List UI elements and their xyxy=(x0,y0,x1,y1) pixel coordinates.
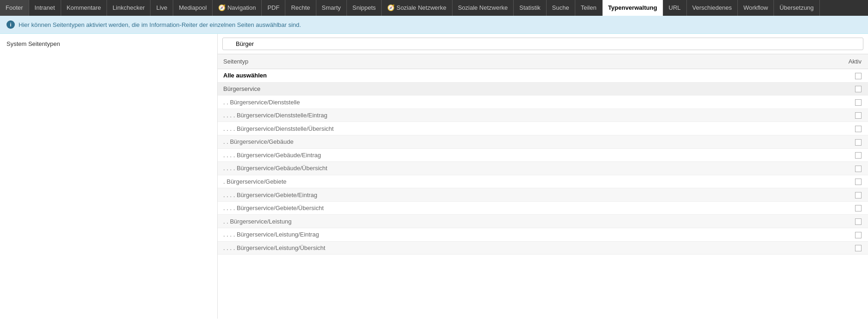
tab-item-17[interactable]: URL xyxy=(663,0,687,16)
tab-item-18[interactable]: Verschiedenes xyxy=(687,0,738,16)
row-label: . . . . Bürgerservice/Gebiete/Übersicht xyxy=(218,201,840,215)
row-label: Bürgerservice xyxy=(218,82,840,96)
tab-item-3[interactable]: Linkchecker xyxy=(107,0,151,16)
col-active-header: Aktiv xyxy=(840,54,868,69)
select-all-row: Alle auswählen xyxy=(218,69,868,83)
row-label: . . . . Bürgerservice/Gebäude/Übersicht xyxy=(218,162,840,175)
tab-item-12[interactable]: Soziale Netzwerke xyxy=(453,0,514,16)
row-active-cell xyxy=(840,228,868,241)
row-label: . . Bürgerservice/Leistung xyxy=(218,215,840,228)
row-label: . . . . Bürgerservice/Dienststelle/Übers… xyxy=(218,122,840,135)
table-row: . . . . Bürgerservice/Dienststelle/Übers… xyxy=(218,122,868,135)
row-active-cell xyxy=(840,122,868,135)
tab-item-4[interactable]: Live xyxy=(151,0,173,16)
tab-item-19[interactable]: Workflow xyxy=(738,0,774,16)
table-row: . . . . Bürgerservice/Leistung/Eintrag xyxy=(218,228,868,241)
main-content: System Seitentypen 🔍 Seitentyp Aktiv xyxy=(0,34,868,319)
tab-bar: FooterIntranetKommentareLinkcheckerLiveM… xyxy=(0,0,868,16)
row-active-cell xyxy=(840,96,868,109)
search-input[interactable] xyxy=(222,38,863,50)
row-checkbox-8[interactable] xyxy=(855,192,862,198)
table-row: . . . . Bürgerservice/Dienststelle/Eintr… xyxy=(218,109,868,122)
row-label: . . . . Bürgerservice/Gebäude/Eintrag xyxy=(218,148,840,162)
table-row: . . . . Bürgerservice/Leistung/Übersicht xyxy=(218,241,868,255)
row-active-cell xyxy=(840,148,868,162)
tab-item-10[interactable]: Snippets xyxy=(347,0,382,16)
row-checkbox-4[interactable] xyxy=(855,139,862,146)
info-icon: i xyxy=(6,20,15,29)
tab-item-13[interactable]: Statistik xyxy=(514,0,547,16)
tab-item-9[interactable]: Smarty xyxy=(316,0,347,16)
table-scroll: Seitentyp Aktiv Alle auswählen Bürgerser… xyxy=(218,54,868,319)
row-active-cell xyxy=(840,109,868,122)
row-checkbox-1[interactable] xyxy=(855,99,862,106)
tab-item-0[interactable]: Footer xyxy=(0,0,29,16)
row-active-cell xyxy=(840,82,868,96)
table-row: . Bürgerservice/Gebiete xyxy=(218,175,868,188)
tab-item-8[interactable]: Rechte xyxy=(285,0,316,16)
sidebar-title: System Seitentypen xyxy=(6,40,60,47)
search-wrapper: 🔍 xyxy=(222,38,863,50)
row-checkbox-12[interactable] xyxy=(855,245,862,251)
sidebar: System Seitentypen xyxy=(0,34,218,319)
right-panel: 🔍 Seitentyp Aktiv Alle auswählen Bürgers… xyxy=(218,34,868,319)
row-active-cell xyxy=(840,241,868,255)
row-checkbox-2[interactable] xyxy=(855,112,862,119)
row-active-cell xyxy=(840,201,868,215)
info-text: Hier können Seitentypen aktiviert werden… xyxy=(19,21,301,28)
col-type-header: Seitentyp xyxy=(218,54,840,69)
row-label: . . . . Bürgerservice/Leistung/Eintrag xyxy=(218,228,840,241)
tab-item-5[interactable]: Mediapool xyxy=(173,0,213,16)
table-row: . . Bürgerservice/Gebäude xyxy=(218,135,868,149)
row-checkbox-3[interactable] xyxy=(855,126,862,132)
select-all-checkbox[interactable] xyxy=(855,73,862,79)
row-label: . . Bürgerservice/Dienststelle xyxy=(218,96,840,109)
tab-item-1[interactable]: Intranet xyxy=(29,0,61,16)
row-checkbox-6[interactable] xyxy=(855,166,862,172)
row-label: . . . . Bürgerservice/Dienststelle/Eintr… xyxy=(218,109,840,122)
row-checkbox-9[interactable] xyxy=(855,205,862,211)
row-active-cell xyxy=(840,175,868,188)
row-active-cell xyxy=(840,135,868,149)
tab-item-2[interactable]: Kommentare xyxy=(61,0,107,16)
table-row: . . Bürgerservice/Dienststelle xyxy=(218,96,868,109)
tab-item-7[interactable]: PDF xyxy=(262,0,285,16)
row-checkbox-7[interactable] xyxy=(855,179,862,185)
row-active-cell xyxy=(840,162,868,175)
table-row: . . . . Bürgerservice/Gebiete/Übersicht xyxy=(218,201,868,215)
table-row: . . . . Bürgerservice/Gebäude/Eintrag xyxy=(218,148,868,162)
tab-item-20[interactable]: Übersetzung xyxy=(774,0,820,16)
tab-item-11[interactable]: 🧭 Soziale Netzwerke xyxy=(382,0,452,16)
table-row: . . . . Bürgerservice/Gebiete/Eintrag xyxy=(218,188,868,202)
tab-item-6[interactable]: 🧭 Navigation xyxy=(213,0,262,16)
info-banner: i Hier können Seitentypen aktiviert werd… xyxy=(0,16,868,34)
table-header: Seitentyp Aktiv xyxy=(218,54,868,69)
row-label: . . . . Bürgerservice/Leistung/Übersicht xyxy=(218,241,840,255)
tab-item-15[interactable]: Teilen xyxy=(575,0,603,16)
tab-item-16[interactable]: Typenverwaltung xyxy=(603,0,663,16)
row-active-cell xyxy=(840,188,868,202)
row-checkbox-11[interactable] xyxy=(855,232,862,238)
row-label: . . . . Bürgerservice/Gebiete/Eintrag xyxy=(218,188,840,202)
row-label: . . Bürgerservice/Gebäude xyxy=(218,135,840,149)
row-checkbox-10[interactable] xyxy=(855,218,862,225)
tab-item-14[interactable]: Suche xyxy=(547,0,575,16)
table-row: . . Bürgerservice/Leistung xyxy=(218,215,868,228)
row-checkbox-5[interactable] xyxy=(855,152,862,159)
type-table: Seitentyp Aktiv Alle auswählen Bürgerser… xyxy=(218,54,868,255)
table-row: . . . . Bürgerservice/Gebäude/Übersicht xyxy=(218,162,868,175)
row-checkbox-0[interactable] xyxy=(855,86,862,92)
table-row: Bürgerservice xyxy=(218,82,868,96)
row-active-cell xyxy=(840,215,868,228)
search-bar: 🔍 xyxy=(218,34,868,54)
select-all-label: Alle auswählen xyxy=(218,69,840,83)
row-label: . Bürgerservice/Gebiete xyxy=(218,175,840,188)
